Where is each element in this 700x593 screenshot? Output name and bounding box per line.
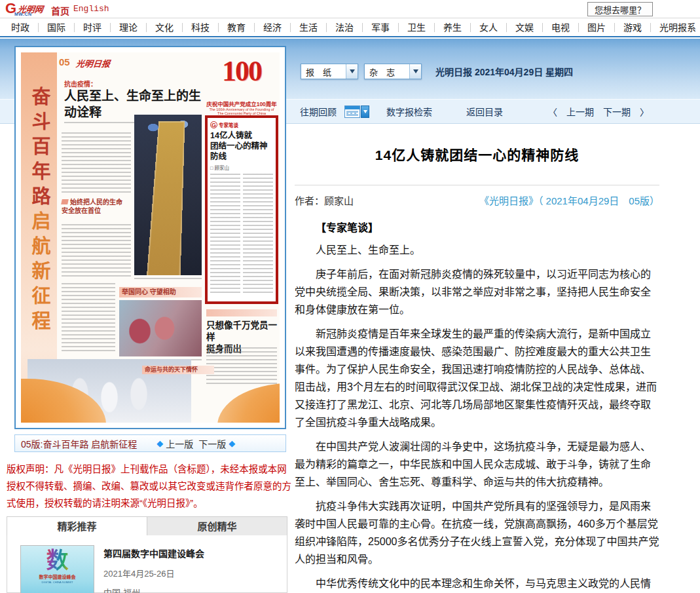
- scan-textcol-sim: [206, 347, 277, 385]
- scan-masthead: 光明日报: [75, 57, 111, 69]
- chevron-down-icon[interactable]: [409, 64, 421, 79]
- boxed-article-columns: [210, 174, 273, 296]
- scan-banner-text: 奋斗百年路启航新征程: [28, 86, 51, 335]
- recommendation-date: 2021年4月25-26日: [103, 567, 204, 579]
- copyright-notice: 版权声明：凡《光明日报》上刊载作品（含标题），未经本报或本网授权不得转载、摘编、…: [7, 461, 292, 512]
- diamond-icon: ◆: [157, 438, 163, 448]
- calendar-dropdown-icon[interactable]: [361, 105, 369, 118]
- boxed-article-author: □ 顾家山: [210, 164, 273, 171]
- nav-item-junshi[interactable]: 军事: [363, 23, 399, 32]
- nav-item-gmbaoxi[interactable]: 光明报系: [651, 23, 700, 32]
- site-logo[interactable]: G MW.CN 光明网: [5, 2, 43, 15]
- article-paragraph: 抗疫斗争伟大实践再次证明，中国共产党所具有的坚强领导力，是风雨来袭时中国人民最可…: [295, 497, 659, 568]
- nav-item-shizheng[interactable]: 时政: [3, 23, 39, 32]
- tab-original[interactable]: 原创精华: [147, 516, 287, 536]
- article-paragraph: 中华优秀传统文化中的民本理念和生命关怀，与马克思主义政党的人民情怀深深契合。中国…: [295, 575, 659, 593]
- edition-toolbar: 报 纸 杂 志 光明日报 2021年04月29日 星期四: [301, 64, 573, 79]
- scan-photo-volunteers: [119, 300, 202, 356]
- digital-search-link[interactable]: 数字报检索: [386, 105, 432, 118]
- prev-page-link[interactable]: 上一版: [166, 437, 193, 450]
- walkway-ramp: [144, 121, 185, 275]
- party-100th-emblem: 100: [205, 52, 278, 102]
- recommendation-meta: 第四届数字中国建设峰会 2021年4月25-26日 中国·福州: [103, 545, 204, 593]
- tab-featured[interactable]: 精彩推荐: [7, 516, 147, 536]
- article-title: 14亿人铸就团结一心的精神防线: [295, 144, 659, 164]
- paper-select[interactable]: 报 纸: [301, 64, 358, 79]
- scan-photo-night-walkway: [134, 115, 202, 275]
- recommendation-location: 中国·福州: [103, 586, 204, 593]
- scan-page-number: 05: [59, 56, 70, 67]
- page-navigation-bar: 05版:奋斗百年路 启航新征程 ◆ 上一版 下一版 ◆: [14, 434, 286, 452]
- next-issue-link[interactable]: 下一期: [603, 105, 631, 118]
- english-link[interactable]: English: [73, 4, 109, 14]
- next-bracket-icon[interactable]: 〉: [640, 105, 649, 118]
- recommendation-title[interactable]: 第四届数字中国建设峰会: [103, 546, 204, 560]
- nav-item-lilun[interactable]: 理论: [111, 23, 147, 32]
- scan-textcol-sim: [62, 132, 131, 195]
- scan-subheadline-4-tag: [206, 309, 277, 316]
- header: G MW.CN 光明网 首页 English: [0, 0, 700, 18]
- back-issues-link[interactable]: 往期回顾: [300, 105, 337, 118]
- article-source: 《光明日报》（ 2021年04月29日 05版）: [479, 193, 659, 207]
- scan-subheadline-2: 举国同心 守望相助: [119, 287, 202, 297]
- calendar-picker[interactable]: [344, 105, 369, 118]
- issue-pager: 〈 上一期 下一期 〉: [548, 105, 658, 118]
- calendar-icon[interactable]: [344, 105, 360, 118]
- article-paragraph: 人民至上、生命至上。: [295, 241, 659, 259]
- boxed-article-title: 14亿人铸就 团结一心的精神防线: [210, 130, 273, 162]
- newspaper-scan: 奋斗百年路启航新征程 05 光明日报 抗击疫情： 人民至上、生命至上的生动诠释 …: [21, 52, 280, 423]
- left-tabs: 精彩推荐 原创精华: [7, 516, 287, 536]
- next-page-link[interactable]: 下一版: [198, 437, 226, 450]
- nav-item-fazhi[interactable]: 法治: [327, 23, 363, 32]
- nav-item-weisheng[interactable]: 卫生: [399, 23, 435, 32]
- scan-textcol-sim: [62, 283, 115, 354]
- recommendation-thumbnail[interactable]: 数 数字中国建设峰会 DIGITAL CHINA SUMMIT: [20, 545, 94, 593]
- prev-issue-link[interactable]: 上一期: [566, 105, 594, 118]
- nav-item-guoji[interactable]: 国际: [39, 23, 75, 32]
- article-body: 人民至上、生命至上。 庚子年前后，在面对新冠肺炎疫情的殊死较量中，以习近平同志为…: [295, 241, 659, 593]
- nav-item-yangsheng[interactable]: 养生: [435, 23, 471, 32]
- home-link[interactable]: 首页: [51, 4, 69, 17]
- nav-item-jiaoyu[interactable]: 教育: [219, 23, 255, 32]
- nav-item-youxi[interactable]: 游戏: [615, 23, 651, 32]
- nav-item-wenyu[interactable]: 文娱: [507, 23, 543, 32]
- magazine-select[interactable]: 杂 志: [364, 64, 422, 79]
- article-paragraph: 庚子年前后，在面对新冠肺炎疫情的殊死较量中，以习近平同志为核心的党中央统揽全局、…: [295, 265, 659, 318]
- article-column-tag: 【专家笔谈】: [295, 219, 659, 235]
- logo-wordmark: 光明网: [17, 3, 45, 15]
- diamond-icon: ◆: [229, 438, 235, 448]
- search-input[interactable]: [587, 2, 653, 16]
- emblem-100-number: 100: [205, 52, 278, 90]
- nav-item-tupian[interactable]: 图片: [579, 23, 615, 32]
- paper-select-value: 报 纸: [301, 66, 346, 78]
- nav-item-shenghuo[interactable]: 生活: [291, 23, 327, 32]
- tab-content: 数 数字中国建设峰会 DIGITAL CHINA SUMMIT 第四届数字中国建…: [7, 535, 287, 593]
- page: G MW.CN 光明网 首页 English 时政 国际 时评 理论 文化 科技…: [0, 0, 700, 593]
- scan-photo-caption-sim: [134, 278, 202, 282]
- nav-item-nvren[interactable]: 女人: [471, 23, 507, 32]
- issue-date: 光明日报 2021年04月29日 星期四: [435, 65, 573, 78]
- scan-kicker: 抗击疫情：: [64, 79, 97, 88]
- summit-logo-icon: 数: [46, 548, 69, 573]
- emblem-caption: 庆祝中国共产党成立100周年 The 100th Anniversary of …: [205, 100, 278, 115]
- prev-bracket-icon[interactable]: 〈: [548, 105, 557, 118]
- nav-item-shiping[interactable]: 时评: [75, 23, 111, 32]
- nav-item-jingji[interactable]: 经济: [255, 23, 291, 32]
- article-byline: 作者：顾家山 《光明日报》（ 2021年04月29日 05版）: [295, 193, 659, 207]
- back-to-contents-link[interactable]: 返回目录: [466, 105, 503, 118]
- nav-item-dianshi[interactable]: 电视: [543, 23, 579, 32]
- scan-subheadline-1: 始终把人民的生命 安全放在首位: [62, 198, 122, 215]
- main-nav: 时政 国际 时评 理论 文化 科技 教育 经济 生活 法治 军事 卫生 养生 女…: [0, 19, 700, 37]
- article-paragraph: 新冠肺炎疫情是百年来全球发生的最严重的传染病大流行，是新中国成立以来我国遭遇的传…: [295, 325, 659, 431]
- scan-subheadline-3: 命运与共的天下情怀: [142, 366, 214, 374]
- flag-icon: [61, 199, 69, 204]
- chevron-down-icon[interactable]: [346, 64, 358, 79]
- recommendation-item[interactable]: 数 数字中国建设峰会 DIGITAL CHINA SUMMIT 第四届数字中国建…: [20, 545, 204, 593]
- page-bar-label: 05版:奋斗百年路 启航新征程: [21, 437, 137, 450]
- highlighted-article-box: G专家笔谈 14亿人铸就 团结一心的精神防线 □ 顾家山: [205, 115, 278, 304]
- newspaper-page-image[interactable]: 奋斗百年路启航新征程 05 光明日报 抗击疫情： 人民至上、生命至上的生动诠释 …: [14, 46, 286, 429]
- nav-item-keji[interactable]: 科技: [183, 23, 219, 32]
- nav-item-wenhua[interactable]: 文化: [147, 23, 183, 32]
- boxed-article-label: G专家笔谈: [210, 121, 273, 128]
- divider: [295, 185, 659, 185]
